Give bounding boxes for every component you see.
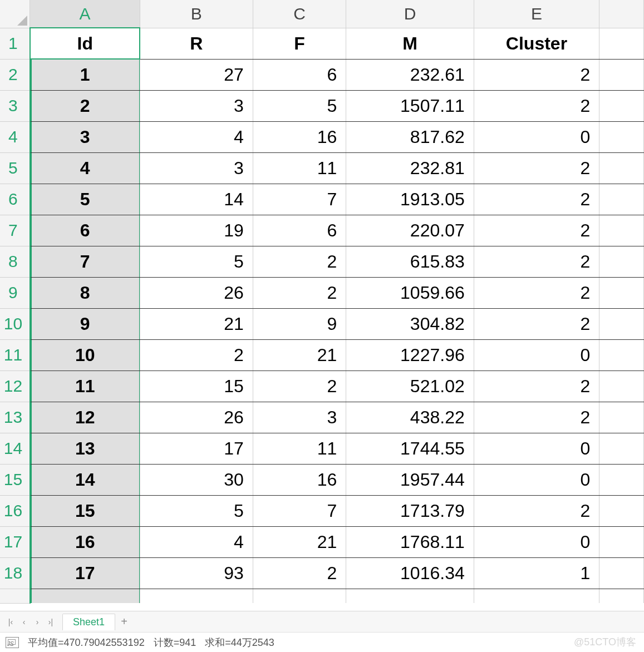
cell-B14[interactable]: 17 xyxy=(140,433,253,464)
nav-prev-icon[interactable]: ‹ xyxy=(18,616,30,628)
row-header-16[interactable]: 16 xyxy=(0,495,30,526)
cell-A12[interactable]: 11 xyxy=(30,371,140,402)
row-header-6[interactable]: 6 xyxy=(0,184,30,215)
cell-E14[interactable]: 0 xyxy=(474,433,599,464)
row-header-1[interactable]: 1 xyxy=(0,28,30,59)
row-header-14[interactable]: 14 xyxy=(0,433,30,464)
cell-D18[interactable]: 1016.34 xyxy=(346,557,474,589)
cell-spare-16[interactable] xyxy=(599,495,644,526)
cell-D5[interactable]: 232.81 xyxy=(346,152,474,184)
cell-D4[interactable]: 817.62 xyxy=(346,121,474,152)
row-header-2[interactable]: 2 xyxy=(0,59,30,90)
cell-D10[interactable]: 304.82 xyxy=(346,308,474,339)
cell-B15[interactable]: 30 xyxy=(140,464,253,495)
cell-A6[interactable]: 5 xyxy=(30,184,140,215)
cell-D19[interactable] xyxy=(346,589,474,603)
js-macro-icon[interactable]: JS xyxy=(6,637,19,648)
cell-E17[interactable]: 0 xyxy=(474,526,599,557)
cell-C15[interactable]: 16 xyxy=(253,464,346,495)
row-header-12[interactable]: 12 xyxy=(0,371,30,402)
cell-D3[interactable]: 1507.11 xyxy=(346,90,474,121)
nav-last-icon[interactable]: ›| xyxy=(45,616,57,628)
cell-spare-1[interactable] xyxy=(599,28,644,59)
cell-E7[interactable]: 2 xyxy=(474,215,599,246)
cell-C11[interactable]: 21 xyxy=(253,339,346,371)
cell-C19[interactable] xyxy=(253,589,346,603)
cell-A13[interactable]: 12 xyxy=(30,402,140,433)
cell-E3[interactable]: 2 xyxy=(474,90,599,121)
cell-C18[interactable]: 2 xyxy=(253,557,346,589)
nav-first-icon[interactable]: |‹ xyxy=(4,616,17,628)
cell-B9[interactable]: 26 xyxy=(140,277,253,308)
cell-spare-7[interactable] xyxy=(599,215,644,246)
cell-C13[interactable]: 3 xyxy=(253,402,346,433)
cell-spare-2[interactable] xyxy=(599,59,644,90)
cell-spare-10[interactable] xyxy=(599,308,644,339)
cell-E9[interactable]: 2 xyxy=(474,277,599,308)
cell-spare-12[interactable] xyxy=(599,371,644,402)
cell-spare-14[interactable] xyxy=(599,433,644,464)
cell-E19[interactable] xyxy=(474,589,599,603)
cell-A8[interactable]: 7 xyxy=(30,246,140,277)
row-header-15[interactable]: 15 xyxy=(0,464,30,495)
cell-A17[interactable]: 16 xyxy=(30,526,140,557)
cell-B19[interactable] xyxy=(140,589,253,603)
cell-B18[interactable]: 93 xyxy=(140,557,253,589)
cell-D17[interactable]: 1768.11 xyxy=(346,526,474,557)
cell-C9[interactable]: 2 xyxy=(253,277,346,308)
cell-E4[interactable]: 0 xyxy=(474,121,599,152)
cell-A15[interactable]: 14 xyxy=(30,464,140,495)
cell-B13[interactable]: 26 xyxy=(140,402,253,433)
cell-C2[interactable]: 6 xyxy=(253,59,346,90)
cell-B11[interactable]: 2 xyxy=(140,339,253,371)
cell-D15[interactable]: 1957.44 xyxy=(346,464,474,495)
cell-spare-6[interactable] xyxy=(599,184,644,215)
row-header-4[interactable]: 4 xyxy=(0,121,30,152)
row-header-13[interactable]: 13 xyxy=(0,402,30,433)
row-header-10[interactable]: 10 xyxy=(0,308,30,339)
cell-D2[interactable]: 232.61 xyxy=(346,59,474,90)
cell-spare-11[interactable] xyxy=(599,339,644,371)
cell-B1[interactable]: R xyxy=(140,28,253,59)
cell-D9[interactable]: 1059.66 xyxy=(346,277,474,308)
spreadsheet-grid[interactable]: A B C D E 1IdRFMCluster21276232.61232351… xyxy=(0,0,644,611)
row-header-9[interactable]: 9 xyxy=(0,277,30,308)
cell-spare-15[interactable] xyxy=(599,464,644,495)
row-header-19[interactable] xyxy=(0,589,30,603)
cell-B10[interactable]: 21 xyxy=(140,308,253,339)
cell-A11[interactable]: 10 xyxy=(30,339,140,371)
cell-D8[interactable]: 615.83 xyxy=(346,246,474,277)
cell-C1[interactable]: F xyxy=(253,28,346,59)
cell-B2[interactable]: 27 xyxy=(140,59,253,90)
cell-A7[interactable]: 6 xyxy=(30,215,140,246)
cell-A14[interactable]: 13 xyxy=(30,433,140,464)
row-header-5[interactable]: 5 xyxy=(0,152,30,184)
cell-E18[interactable]: 1 xyxy=(474,557,599,589)
cell-A9[interactable]: 8 xyxy=(30,277,140,308)
cell-B17[interactable]: 4 xyxy=(140,526,253,557)
cell-A5[interactable]: 4 xyxy=(30,152,140,184)
cell-D12[interactable]: 521.02 xyxy=(346,371,474,402)
cell-B6[interactable]: 14 xyxy=(140,184,253,215)
cell-spare-5[interactable] xyxy=(599,152,644,184)
cell-spare-3[interactable] xyxy=(599,90,644,121)
cell-D7[interactable]: 220.07 xyxy=(346,215,474,246)
row-header-3[interactable]: 3 xyxy=(0,90,30,121)
cell-E8[interactable]: 2 xyxy=(474,246,599,277)
cell-E13[interactable]: 2 xyxy=(474,402,599,433)
cell-A4[interactable]: 3 xyxy=(30,121,140,152)
cell-D13[interactable]: 438.22 xyxy=(346,402,474,433)
cell-E15[interactable]: 0 xyxy=(474,464,599,495)
cell-E2[interactable]: 2 xyxy=(474,59,599,90)
cell-A18[interactable]: 17 xyxy=(30,557,140,589)
cell-A2[interactable]: 1 xyxy=(30,59,140,90)
cell-C5[interactable]: 11 xyxy=(253,152,346,184)
cell-C7[interactable]: 6 xyxy=(253,215,346,246)
col-header-D[interactable]: D xyxy=(346,0,474,28)
col-header-E[interactable]: E xyxy=(474,0,599,28)
cell-E16[interactable]: 2 xyxy=(474,495,599,526)
row-header-11[interactable]: 11 xyxy=(0,339,30,371)
cell-B7[interactable]: 19 xyxy=(140,215,253,246)
cell-C6[interactable]: 7 xyxy=(253,184,346,215)
cell-D14[interactable]: 1744.55 xyxy=(346,433,474,464)
